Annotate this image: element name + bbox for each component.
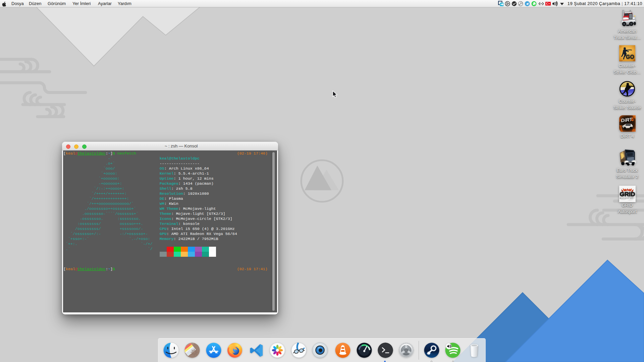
svg-text:GRID: GRID (620, 191, 635, 197)
svg-text:4: 4 (630, 116, 634, 123)
svg-text:GO: GO (626, 54, 634, 60)
svg-text:AUTOSPORT: AUTOSPORT (620, 197, 635, 199)
